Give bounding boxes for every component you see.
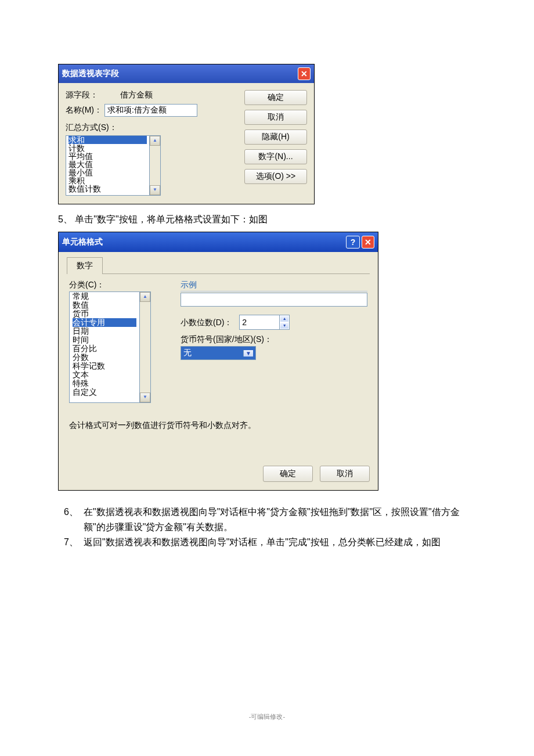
- list-item[interactable]: 特殊: [73, 379, 136, 388]
- format-note: 会计格式可对一列数值进行货币符号和小数点对齐。: [69, 420, 367, 431]
- step-7-text: 返回"数据透视表和数据透视图向导"对话框，单击"完成"按钮，总分类帐已经建成，如…: [84, 535, 441, 550]
- list-item[interactable]: 科学记数: [73, 362, 136, 370]
- dialog-body: 源字段： 借方金额 名称(M)： 汇总方式(S)： 求和 计数 平均值 最大值 …: [59, 83, 314, 204]
- decimal-places-label: 小数位数(D)：: [181, 318, 232, 327]
- number-button[interactable]: 数字(N)...: [244, 149, 307, 164]
- list-item[interactable]: 平均值: [68, 152, 147, 160]
- category-listbox[interactable]: 常规 数值 货币 会计专用 日期 时间 百分比 分数 科学记数 文本 特殊 自定…: [69, 291, 140, 403]
- list-item[interactable]: 日期: [73, 327, 136, 336]
- name-input[interactable]: [104, 104, 197, 117]
- scroll-down-icon[interactable]: ▼: [150, 185, 160, 195]
- step-6-number: 6、: [64, 505, 84, 535]
- name-label: 名称(M)：: [66, 105, 102, 116]
- scrollbar[interactable]: ▲ ▼: [140, 291, 151, 403]
- dialog-body: 数字 分类(C)： 常规 数值 货币 会计专用 日期 时间 百分比: [59, 252, 378, 490]
- list-item[interactable]: 时间: [73, 336, 136, 344]
- list-item[interactable]: 最小值: [68, 168, 147, 177]
- summary-listbox[interactable]: 求和 计数 平均值 最大值 最小值 乘积 数值计数: [66, 135, 150, 196]
- source-field-label: 源字段：: [66, 90, 118, 100]
- list-item[interactable]: 百分比: [73, 344, 136, 353]
- list-item[interactable]: 最大值: [68, 160, 147, 168]
- cancel-button[interactable]: 取消: [244, 110, 307, 125]
- dialog-title: 单元格格式: [62, 237, 103, 247]
- ok-button[interactable]: 确定: [244, 90, 307, 105]
- currency-symbol-combo[interactable]: 无 ▼: [181, 346, 256, 360]
- list-item[interactable]: 计数: [68, 144, 147, 152]
- step-7-number: 7、: [64, 535, 84, 550]
- decimal-places-spinner[interactable]: ▲ ▼: [239, 315, 290, 330]
- close-icon[interactable]: ✕: [362, 236, 374, 249]
- scrollbar[interactable]: ▲ ▼: [150, 135, 161, 196]
- list-item[interactable]: 会计专用: [73, 318, 136, 327]
- options-button[interactable]: 选项(O) >>: [244, 169, 307, 184]
- spin-up-icon[interactable]: ▲: [280, 315, 289, 322]
- source-field-value: 借方金额: [120, 90, 153, 99]
- list-item[interactable]: 自定义: [73, 388, 136, 397]
- list-item[interactable]: 乘积: [68, 177, 147, 185]
- list-item[interactable]: 数值: [73, 301, 136, 309]
- chevron-down-icon[interactable]: ▼: [243, 350, 253, 357]
- ok-button[interactable]: 确定: [263, 466, 313, 482]
- dialog-titlebar[interactable]: 单元格格式 ? ✕: [59, 232, 378, 252]
- tab-number[interactable]: 数字: [67, 257, 103, 274]
- spin-down-icon[interactable]: ▼: [280, 322, 289, 329]
- cancel-button[interactable]: 取消: [320, 466, 370, 482]
- help-icon[interactable]: ?: [346, 236, 360, 249]
- scroll-up-icon[interactable]: ▲: [140, 292, 150, 302]
- decimal-places-input[interactable]: [240, 315, 279, 329]
- scroll-down-icon[interactable]: ▼: [140, 393, 150, 402]
- summary-label: 汇总方式(S)：: [66, 123, 117, 132]
- cell-format-dialog: 单元格格式 ? ✕ 数字 分类(C)： 常规 数值 货币 会计专用 日期: [58, 232, 378, 491]
- dialog-title: 数据透视表字段: [62, 69, 119, 79]
- list-item[interactable]: 货币: [73, 309, 136, 318]
- list-item[interactable]: 常规: [73, 292, 136, 301]
- list-item[interactable]: 文本: [73, 370, 136, 379]
- sample-box: [181, 293, 367, 307]
- dialog-titlebar[interactable]: 数据透视表字段 ✕: [59, 64, 314, 83]
- category-label: 分类(C)：: [69, 280, 168, 290]
- list-item[interactable]: 分数: [73, 353, 136, 362]
- step-5-caption: 5、 单击"数字"按钮，将单元格格式设置如下：如图: [58, 214, 476, 226]
- list-item[interactable]: 求和: [68, 136, 147, 144]
- list-item[interactable]: 数值计数: [68, 185, 147, 193]
- close-icon[interactable]: ✕: [298, 67, 311, 80]
- currency-symbol-value: 无: [183, 348, 192, 358]
- sample-label: 示例: [181, 280, 367, 291]
- page-footer: -可编辑修改-: [58, 712, 476, 721]
- currency-symbol-label: 货币符号(国家/地区)(S)：: [181, 334, 367, 345]
- hide-button[interactable]: 隐藏(H): [244, 129, 307, 145]
- pivot-field-dialog: 数据透视表字段 ✕ 源字段： 借方金额 名称(M)： 汇总方式(S)： 求和 计…: [58, 64, 315, 204]
- step-6-text: 在"数据透视表和数据透视图向导"对话框中将"贷方金额"按钮拖到"数据"区，按照设…: [84, 505, 476, 535]
- scroll-up-icon[interactable]: ▲: [150, 136, 160, 146]
